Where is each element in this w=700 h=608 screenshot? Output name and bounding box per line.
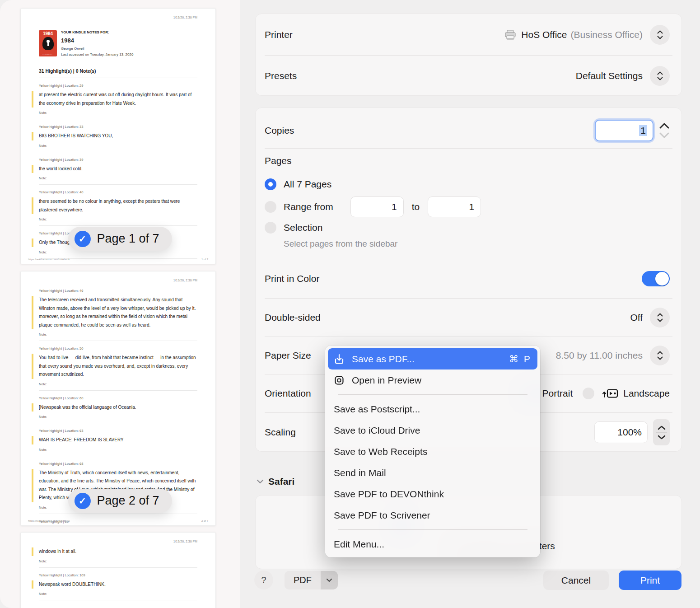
pdf-button-chevron-segment[interactable]	[321, 571, 338, 589]
radio-selection[interactable]	[265, 222, 276, 234]
presets-row: Presets Default Settings	[265, 56, 670, 96]
print-label: Print	[640, 575, 660, 586]
scaling-stepper[interactable]	[653, 419, 670, 445]
menu-item-label: Save PDF to Scrivener	[334, 510, 430, 521]
radio-all-pages-selected[interactable]	[265, 178, 276, 190]
pages-selection-option[interactable]: Selection	[265, 220, 670, 235]
page-timestamp: 1/13/26, 2:36 PM	[39, 279, 197, 283]
scaling-input[interactable]: 100%	[594, 421, 648, 443]
kindle-notes-kicker: YOUR KINDLE NOTES FOR:	[61, 30, 138, 34]
selection-hint: Select pages from the sidebar	[284, 239, 397, 249]
cancel-label: Cancel	[561, 575, 591, 586]
radio-range[interactable]	[265, 201, 276, 213]
presets-select-stepper[interactable]	[650, 66, 670, 86]
pages-range-option[interactable]: Range from 1 to 1	[265, 196, 670, 217]
checkmark-icon: ✓	[74, 493, 90, 509]
pdf-button-label-segment[interactable]: PDF	[285, 571, 321, 589]
range-from-input[interactable]: 1	[350, 196, 404, 217]
kindle-notes-header: 1984 ORWELL YOUR KINDLE NOTES FOR: 1984 …	[39, 30, 197, 57]
copies-label: Copies	[265, 125, 595, 136]
stepper-down-icon	[658, 435, 666, 440]
highlight-text: BIG BROTHER IS WATCHING YOU,	[32, 132, 197, 140]
note-label: Note:	[39, 592, 197, 600]
range-to-input[interactable]: 1	[428, 196, 481, 217]
presets-value: Default Settings	[576, 70, 643, 81]
preview-page-2[interactable]: 1/13/26, 2:36 PM Yellow highlight | Loca…	[20, 271, 216, 526]
footer-page-number: 1 of 7	[201, 258, 208, 261]
highlight-text: [Newspeak was the official language of O…	[32, 403, 197, 412]
highlight-text: WAR IS PEACE: FREEDOM IS SLAVERY	[32, 436, 197, 444]
page-2-of-7-badge: ✓ Page 2 of 7	[68, 489, 172, 513]
print-in-color-toggle[interactable]	[642, 271, 670, 286]
printer-row: Printer HoS Office (Business Office)	[265, 14, 670, 55]
print-button[interactable]: Print	[619, 571, 681, 590]
orientation-landscape-option[interactable]: Landscape	[583, 388, 670, 399]
note-label: Note:	[39, 176, 197, 185]
menu-item-label: Save to iCloud Drive	[334, 425, 420, 436]
to-label: to	[412, 201, 420, 212]
double-sided-stepper[interactable]	[650, 308, 670, 327]
chevron-down-icon	[326, 578, 332, 582]
last-accessed: Last accessed on Tuesday, January 13, 20…	[61, 52, 138, 57]
help-label: ?	[261, 575, 266, 585]
pdf-dropdown-button[interactable]: PDF	[285, 571, 338, 589]
highlight-entries: windows in it at all.Note:Yellow highlig…	[39, 547, 197, 600]
scaling-value: 100%	[617, 427, 642, 438]
note-label: Note:	[39, 217, 197, 226]
selection-hint-row: Select pages from the sidebar	[265, 237, 670, 251]
menu-item-send-in-mail[interactable]: Send in Mail	[328, 462, 537, 483]
footer-url: https://read.amazon.com/notebook	[28, 519, 70, 522]
menu-item-label: Edit Menu...	[334, 539, 384, 550]
help-button[interactable]: ?	[254, 571, 273, 589]
book-cover-keyhole-slot	[47, 42, 49, 46]
pages-label: Pages	[265, 155, 670, 166]
menu-item-save-as-pdf[interactable]: Save as PDF...⌘ P	[328, 348, 537, 369]
printer-value: HoS Office	[521, 29, 567, 40]
menu-item-open-in-preview[interactable]: Open in Preview	[328, 369, 537, 391]
book-author: George Orwell	[61, 47, 138, 51]
footer-url: https://read.amazon.com/notebook	[28, 258, 70, 261]
note-label: Note:	[39, 332, 197, 341]
double-sided-value: Off	[630, 312, 643, 323]
book-title: 1984	[61, 37, 138, 44]
copies-input[interactable]: 1	[595, 120, 653, 141]
copies-stepper[interactable]	[659, 123, 670, 138]
stepper-down-icon	[659, 132, 670, 138]
stepper-up-icon	[659, 123, 670, 129]
cancel-button[interactable]: Cancel	[543, 571, 609, 590]
printer-presets-card: Printer HoS Office (Business Office) Pre…	[255, 14, 682, 96]
pages-all-option[interactable]: All 7 Pages	[265, 177, 670, 192]
menu-item-save-as-postscript[interactable]: Save as Postscript...	[328, 398, 537, 420]
highlight-entry-label: Yellow highlight | Location: 68	[39, 462, 197, 466]
safari-section-header[interactable]: Safari	[257, 476, 294, 487]
paper-size-stepper[interactable]	[650, 346, 670, 365]
note-label: Note:	[39, 382, 197, 391]
range-to-value: 1	[469, 201, 475, 212]
menu-item-save-to-web-receipts[interactable]: Save to Web Receipts	[328, 441, 537, 462]
menu-item-save-pdf-to-scrivener[interactable]: Save PDF to Scrivener	[328, 505, 537, 526]
preview-page-3[interactable]: 1/13/26, 2:36 PM windows in it at all.No…	[20, 532, 216, 608]
highlight-text: windows in it at all.	[32, 547, 197, 556]
landscape-page-icon	[602, 388, 619, 399]
menu-item-save-to-icloud-drive[interactable]: Save to iCloud Drive	[328, 420, 537, 441]
menu-item-edit-menu[interactable]: Edit Menu...	[328, 533, 537, 555]
preview-page-1[interactable]: 1/13/26, 2:36 PM 1984 ORWELL YOUR KINDLE…	[20, 8, 216, 264]
page-footer: https://read.amazon.com/notebook 2 of 7	[28, 519, 208, 522]
book-cover-footer: ORWELL	[39, 53, 57, 56]
paper-size-value: 8.50 by 11.00 inches	[556, 350, 643, 361]
menu-item-label: Open in Preview	[352, 375, 421, 386]
stepper-up-icon	[658, 426, 666, 430]
menu-item-label: Save as Postscript...	[334, 404, 420, 415]
copies-value: 1	[639, 125, 647, 136]
printer-select-stepper[interactable]	[650, 25, 670, 45]
highlight-text: the world looked cold.	[32, 165, 197, 173]
chevron-down-icon	[257, 479, 264, 484]
highlight-entry-label: Yellow highlight | Location: 63	[39, 429, 197, 433]
radio-landscape[interactable]	[583, 388, 594, 399]
menu-divider	[338, 529, 527, 530]
pdf-label: PDF	[294, 575, 312, 585]
highlight-entry-label: Yellow highlight | Location: 46	[39, 289, 197, 293]
preview-icon	[334, 375, 345, 385]
menu-item-save-pdf-to-devonthink[interactable]: Save PDF to DEVONthink	[328, 483, 537, 505]
presets-label: Presets	[265, 70, 576, 81]
